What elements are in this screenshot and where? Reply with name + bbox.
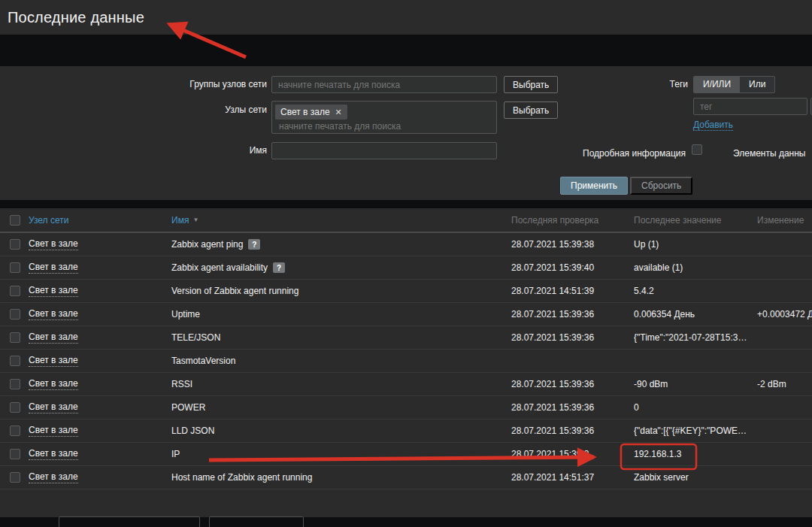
change-cell: -2 dBm [757,379,812,389]
title-bar: Последние данные [0,0,812,35]
item-name: RSSI [171,379,192,389]
page-title: Последние данные [8,9,144,26]
host-link[interactable]: Свет в зале [29,425,78,437]
row-checkbox[interactable] [10,262,20,273]
item-name: TasmotaVersion [171,356,235,366]
table-row: Свет в зале Uptime 28.07.2021 15:39:36 0… [0,303,812,326]
header-last-value: Последнее значение [634,215,757,226]
name-filter-input[interactable] [271,142,497,159]
item-name: Zabbix agent availability [171,262,268,273]
row-checkbox-cell [0,402,29,413]
row-checkbox[interactable] [10,449,20,459]
table-body: Свет в зале Zabbix agent ping ? 28.07.20… [0,233,812,489]
row-checkbox[interactable] [10,332,20,343]
tags-label: Теги [613,76,688,93]
bottom-action-button-2[interactable] [209,516,304,527]
item-name: Version of Zabbix agent running [171,286,298,296]
last-value-cell: Up (1) [634,239,757,250]
last-check-cell: 28.07.2021 15:39:40 [511,262,634,273]
row-checkbox[interactable] [10,426,20,436]
table-row: Свет в зале TasmotaVersion [0,350,812,373]
host-link[interactable]: Свет в зале [29,401,78,413]
row-checkbox-cell [0,309,29,320]
host-link[interactable]: Свет в зале [29,378,78,390]
bottom-action-button-1[interactable] [59,516,200,527]
item-name: IP [171,449,180,459]
row-checkbox[interactable] [10,286,20,296]
row-checkbox-cell [0,426,29,436]
table-row: Свет в зале Zabbix agent availability ? … [0,256,812,280]
table-row: Свет в зале TELE/JSON 28.07.2021 15:39:3… [0,326,812,350]
host-link[interactable]: Свет в зале [29,355,78,367]
table-header-row: Узел сети Имя ▼ Последняя проверка После… [0,208,812,233]
row-checkbox-cell [0,239,29,250]
item-name: POWER [171,402,205,413]
header-checkbox-cell [0,215,29,226]
change-cell: +0.0003472 Д [757,309,812,320]
host-link[interactable]: Свет в зале [29,285,78,297]
host-link[interactable]: Свет в зале [29,262,78,274]
last-value-cell: 5.4.2 [634,286,757,296]
last-check-cell: 28.07.2021 15:39:38 [511,239,634,250]
row-checkbox[interactable] [10,379,20,389]
last-value-cell: available (1) [634,262,757,273]
tags-mode-andor-button[interactable]: И/ИЛИ [694,77,740,92]
row-checkbox[interactable] [10,356,20,366]
latest-data-table: Узел сети Имя ▼ Последняя проверка После… [0,208,812,517]
details-checkbox[interactable] [692,144,702,155]
filter-panel: Группы узлов сети Выбрать Узлы сети Свет… [0,66,812,200]
host-link[interactable]: Свет в зале [29,332,78,344]
add-tag-link[interactable]: Добавить [693,120,733,131]
host-link[interactable]: Свет в зале [29,471,78,483]
hint-icon[interactable]: ? [248,239,260,250]
host-link[interactable]: Свет в зале [29,238,78,250]
item-name: Host name of Zabbix agent running [171,472,312,483]
last-value-cell: {"data":[{"{#KEY}":"POWE… [634,426,757,436]
host-link[interactable]: Свет в зале [29,448,78,460]
host-groups-select-button[interactable]: Выбрать [504,76,558,93]
table-row: Свет в зале RSSI 28.07.2021 15:39:36 -90… [0,373,812,396]
hosts-select-button[interactable]: Выбрать [504,101,558,119]
table-row: Свет в зале Version of Zabbix agent runn… [0,280,812,303]
data-items-label: Элементы данны [733,145,812,162]
row-checkbox[interactable] [10,402,20,413]
hosts-label: Узлы сети [75,101,267,119]
row-checkbox[interactable] [10,472,20,483]
sort-down-icon: ▼ [192,217,198,223]
row-checkbox-cell [0,356,29,366]
host-groups-input[interactable] [271,76,497,93]
host-chip: Свет в зале ✕ [275,104,347,120]
header-last-check: Последняя проверка [511,215,634,226]
last-check-cell: 28.07.2021 15:39:36 [511,402,634,413]
row-checkbox-cell [0,262,29,273]
row-checkbox[interactable] [10,239,20,250]
last-value-cell: 0 [634,402,757,413]
host-link[interactable]: Свет в зале [29,308,78,320]
row-checkbox-cell [0,332,29,343]
last-value-cell: 0.006354 День [634,309,757,320]
row-checkbox-cell [0,379,29,389]
hosts-multiselect[interactable]: Свет в зале ✕ начните печатать для поиск… [271,101,497,134]
tags-mode-or-button[interactable]: Или [740,77,774,92]
last-value-cell: {"Time":"2021-07-28T15:3… [634,332,757,343]
header-name[interactable]: Имя [171,215,189,226]
last-check-cell: 28.07.2021 14:51:37 [511,472,634,483]
tags-mode-switch: И/ИЛИ Или [693,76,775,93]
hosts-placeholder: начните печатать для поиска [279,121,401,132]
header-host[interactable]: Узел сети [29,215,68,226]
host-chip-label: Свет в зале [280,107,330,117]
item-name: Zabbix agent ping [171,239,243,250]
row-checkbox[interactable] [10,309,20,320]
apply-button[interactable]: Применить [560,177,628,195]
name-filter-label: Имя [75,142,267,159]
zabbix-latest-data-screen: Последние данные Группы узлов сети Выбра… [0,0,812,527]
hint-icon[interactable]: ? [273,262,285,273]
tag-input[interactable] [693,98,807,115]
table-row: Свет в зале POWER 28.07.2021 15:39:36 0 [0,396,812,419]
item-name: TELE/JSON [171,332,220,343]
row-checkbox-cell [0,472,29,483]
last-check-cell: 28.07.2021 14:51:39 [511,286,634,296]
select-all-checkbox[interactable] [10,215,20,226]
chip-remove-icon[interactable]: ✕ [335,108,342,117]
reset-button[interactable]: Сбросить [630,177,692,195]
